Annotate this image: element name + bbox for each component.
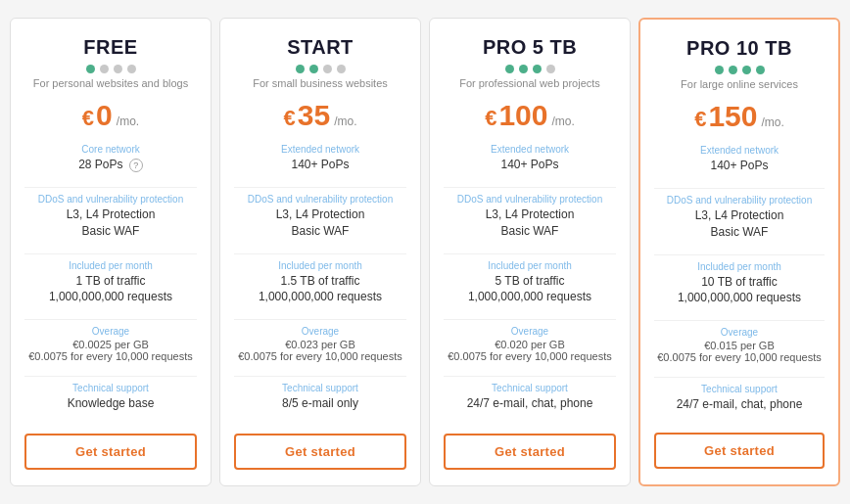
network-value-pro5: 140+ PoPs bbox=[444, 157, 616, 173]
support-section-pro5: Technical support24/7 e-mail, chat, phon… bbox=[444, 383, 616, 412]
price-amount-free: 0 bbox=[96, 99, 113, 132]
plan-card-free: FREEFor personal websites and blogs€0/mo… bbox=[10, 18, 212, 486]
get-started-wrapper-start: Get started bbox=[234, 422, 406, 470]
plan-name-pro10: PRO 10 TB bbox=[686, 37, 792, 60]
network-label-free: Core network bbox=[24, 144, 197, 155]
price-amount-pro10: 150 bbox=[708, 100, 757, 133]
overage-label-start: Overage bbox=[234, 326, 406, 337]
ddos-value-start: L3, L4 Protection Basic WAF bbox=[234, 206, 406, 240]
ddos-label-pro5: DDoS and vulnerability protection bbox=[444, 194, 616, 205]
ddos-section-pro5: DDoS and vulnerability protectionL3, L4 … bbox=[444, 194, 616, 240]
plan-dots-pro5 bbox=[505, 65, 555, 73]
included-value-start: 1.5 TB of traffic 1,000,000,000 requests bbox=[234, 273, 406, 306]
plan-dots-pro10 bbox=[715, 66, 765, 74]
help-icon[interactable]: ? bbox=[129, 159, 143, 172]
plan-dots-start bbox=[296, 65, 346, 73]
support-section-pro10: Technical support24/7 e-mail, chat, phon… bbox=[654, 384, 825, 413]
plan-price-row-free: €0/mo. bbox=[82, 99, 139, 132]
overage-section-start: Overage€0.023 per GB €0.0075 for every 1… bbox=[234, 326, 406, 362]
price-currency-free: € bbox=[82, 106, 94, 131]
included-value-pro5: 5 TB of traffic 1,000,000,000 requests bbox=[444, 273, 616, 306]
overage-label-free: Overage bbox=[24, 326, 197, 337]
ddos-label-pro10: DDoS and vulnerability protection bbox=[654, 195, 825, 206]
support-value-pro10: 24/7 e-mail, chat, phone bbox=[654, 396, 825, 413]
support-value-start: 8/5 e-mail only bbox=[234, 395, 406, 412]
price-currency-pro5: € bbox=[485, 106, 496, 131]
included-label-free: Included per month bbox=[24, 260, 197, 271]
price-currency-start: € bbox=[284, 106, 296, 131]
network-label-start: Extended network bbox=[234, 144, 406, 155]
included-label-pro10: Included per month bbox=[654, 261, 825, 272]
price-mo-pro10: /mo. bbox=[761, 115, 783, 129]
price-mo-pro5: /mo. bbox=[551, 115, 574, 128]
network-label-pro10: Extended network bbox=[654, 145, 825, 156]
network-value-start: 140+ PoPs bbox=[234, 157, 406, 173]
plan-price-row-pro5: €100/mo. bbox=[485, 99, 575, 132]
price-mo-start: /mo. bbox=[334, 115, 356, 128]
plan-dots-free bbox=[86, 65, 136, 73]
included-value-free: 1 TB of traffic 1,000,000,000 requests bbox=[24, 273, 197, 306]
overage-section-pro5: Overage€0.020 per GB €0.0075 for every 1… bbox=[444, 326, 616, 362]
price-mo-free: /mo. bbox=[117, 115, 139, 128]
included-section-free: Included per month1 TB of traffic 1,000,… bbox=[24, 260, 197, 306]
ddos-section-free: DDoS and vulnerability protectionL3, L4 … bbox=[24, 194, 197, 240]
included-section-pro10: Included per month10 TB of traffic 1,000… bbox=[654, 261, 825, 307]
overage-value-free: €0.0025 per GB €0.0075 for every 10,000 … bbox=[24, 339, 197, 362]
price-amount-start: 35 bbox=[298, 99, 330, 132]
network-value-free: 28 PoPs ? bbox=[24, 157, 197, 173]
ddos-section-start: DDoS and vulnerability protectionL3, L4 … bbox=[234, 194, 406, 240]
included-section-start: Included per month1.5 TB of traffic 1,00… bbox=[234, 260, 406, 306]
overage-label-pro10: Overage bbox=[654, 327, 825, 338]
plan-price-row-pro10: €150/mo. bbox=[694, 100, 784, 133]
get-started-button-free[interactable]: Get started bbox=[24, 434, 197, 470]
overage-value-pro10: €0.015 per GB €0.0075 for every 10,000 r… bbox=[654, 340, 825, 363]
plan-name-pro5: PRO 5 TB bbox=[483, 36, 577, 59]
get-started-wrapper-pro10: Get started bbox=[654, 421, 825, 469]
ddos-value-pro5: L3, L4 Protection Basic WAF bbox=[444, 206, 616, 240]
get-started-wrapper-pro5: Get started bbox=[444, 422, 616, 470]
network-section-pro10: Extended network140+ PoPs bbox=[654, 145, 825, 174]
support-label-free: Technical support bbox=[24, 383, 197, 393]
plan-name-start: START bbox=[287, 36, 354, 59]
plan-subtitle-pro10: For large online services bbox=[681, 78, 798, 90]
network-label-pro5: Extended network bbox=[444, 144, 616, 155]
network-value-pro10: 140+ PoPs bbox=[654, 158, 825, 174]
pricing-grid: FREEFor personal websites and blogs€0/mo… bbox=[10, 18, 840, 486]
support-label-pro5: Technical support bbox=[444, 383, 616, 393]
network-section-free: Core network28 PoPs ? bbox=[24, 144, 197, 173]
ddos-value-pro10: L3, L4 Protection Basic WAF bbox=[654, 207, 825, 241]
overage-label-pro5: Overage bbox=[444, 326, 616, 337]
price-currency-pro10: € bbox=[694, 107, 706, 132]
included-label-pro5: Included per month bbox=[444, 260, 616, 271]
plan-card-pro5: PRO 5 TBFor professional web projects€10… bbox=[429, 18, 631, 486]
support-section-free: Technical supportKnowledge base bbox=[24, 383, 197, 412]
network-section-pro5: Extended network140+ PoPs bbox=[444, 144, 616, 173]
plan-subtitle-start: For small business websites bbox=[253, 77, 388, 89]
get-started-wrapper-free: Get started bbox=[24, 422, 197, 470]
get-started-button-pro5[interactable]: Get started bbox=[444, 434, 616, 470]
price-amount-pro5: 100 bbox=[498, 99, 547, 132]
ddos-label-free: DDoS and vulnerability protection bbox=[24, 194, 197, 205]
plan-subtitle-pro5: For professional web projects bbox=[459, 77, 600, 89]
overage-value-pro5: €0.020 per GB €0.0075 for every 10,000 r… bbox=[444, 339, 616, 362]
network-section-start: Extended network140+ PoPs bbox=[234, 144, 406, 173]
support-section-start: Technical support8/5 e-mail only bbox=[234, 383, 406, 412]
included-label-start: Included per month bbox=[234, 260, 406, 271]
support-value-free: Knowledge base bbox=[24, 395, 197, 412]
get-started-button-start[interactable]: Get started bbox=[234, 434, 406, 470]
support-label-pro10: Technical support bbox=[654, 384, 825, 394]
overage-section-pro10: Overage€0.015 per GB €0.0075 for every 1… bbox=[654, 327, 825, 363]
ddos-label-start: DDoS and vulnerability protection bbox=[234, 194, 406, 205]
support-label-start: Technical support bbox=[234, 383, 406, 393]
ddos-section-pro10: DDoS and vulnerability protectionL3, L4 … bbox=[654, 195, 825, 241]
plan-subtitle-free: For personal websites and blogs bbox=[33, 77, 188, 89]
plan-card-pro10: PRO 10 TBFor large online services€150/m… bbox=[638, 18, 840, 486]
included-value-pro10: 10 TB of traffic 1,000,000,000 requests bbox=[654, 274, 825, 307]
ddos-value-free: L3, L4 Protection Basic WAF bbox=[24, 206, 197, 240]
get-started-button-pro10[interactable]: Get started bbox=[654, 433, 825, 469]
plan-price-row-start: €35/mo. bbox=[284, 99, 357, 132]
overage-section-free: Overage€0.0025 per GB €0.0075 for every … bbox=[24, 326, 197, 362]
included-section-pro5: Included per month5 TB of traffic 1,000,… bbox=[444, 260, 616, 306]
plan-card-start: STARTFor small business websites€35/mo.E… bbox=[219, 18, 421, 486]
support-value-pro5: 24/7 e-mail, chat, phone bbox=[444, 395, 616, 412]
